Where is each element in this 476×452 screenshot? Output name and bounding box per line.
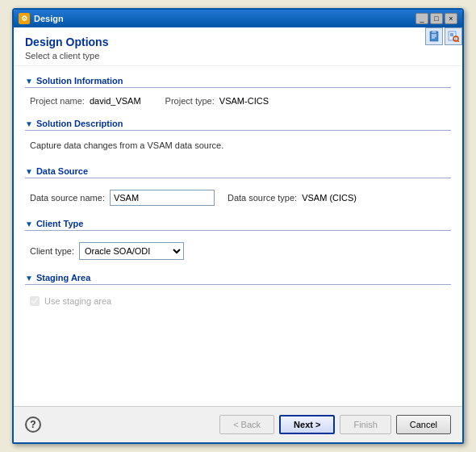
maximize-button[interactable]: □ [430,13,443,24]
staging-area-title: Staging Area [36,273,90,282]
solution-info-arrow: ▼ [25,77,33,86]
staging-area-checkbox[interactable] [30,296,40,306]
content-area: Design Options Select a client type [14,27,462,442]
minimize-button[interactable]: _ [415,13,428,24]
svg-line-7 [458,41,460,43]
page-title: Design Options [25,36,451,48]
data-source-name-label: Data source name: [30,193,105,203]
solution-info-row: Project name: david_VSAM Project type: V… [30,96,446,106]
back-button[interactable]: < Back [219,415,274,434]
header-icons [425,27,462,45]
client-type-arrow: ▼ [25,220,33,228]
header-icon-1[interactable] [425,27,443,45]
next-button[interactable]: Next > [279,415,335,434]
client-type-header: ▼ Client Type [25,219,451,231]
project-type-label: Project type: VSAM-CICS [165,96,269,106]
client-type-row: Client type: Oracle SOA/ODI Oracle Golde… [30,242,446,260]
svg-rect-1 [432,31,436,33]
data-source-type-value: VSAM (CICS) [302,193,357,203]
clipboard-icon [428,31,440,42]
solution-desc-body: Capture data changes from a VSAM data so… [25,136,451,157]
client-type-title: Client Type [36,219,83,228]
data-source-body: Data source name: Data source type: VSAM… [25,183,451,209]
data-source-row: Data source name: Data source type: VSAM… [30,190,446,206]
section-solution-desc: ▼ Solution Description Capture data chan… [25,119,451,157]
footer-left: ? [25,416,41,433]
solution-info-body: Project name: david_VSAM Project type: V… [25,93,451,109]
main-window: ⚙ Design _ □ × Design Options Select a c… [12,8,464,444]
client-type-select[interactable]: Oracle SOA/ODI Oracle GoldenGate Custom [79,242,184,260]
data-source-type-label: Data source type: [228,193,297,203]
title-bar: ⚙ Design _ □ × [14,10,462,27]
staging-area-header: ▼ Staging Area [25,273,451,285]
staging-area-body: Use staging area [25,290,451,309]
data-source-name-group: Data source name: [30,190,215,206]
staging-area-checkbox-row: Use staging area [30,296,446,306]
client-type-label: Client type: [30,246,74,256]
section-solution-info: ▼ Solution Information Project name: dav… [25,76,451,109]
header-icon-2[interactable] [445,27,462,45]
solution-desc-arrow: ▼ [25,119,33,128]
client-type-body: Client type: Oracle SOA/ODI Oracle Golde… [25,236,451,263]
cancel-button[interactable]: Cancel [396,415,451,434]
staging-area-checkbox-label: Use staging area [44,296,111,306]
title-controls[interactable]: _ □ × [415,13,457,24]
solution-info-header: ▼ Solution Information [25,76,451,88]
page-header: Design Options Select a client type [14,27,462,66]
description-text: Capture data changes from a VSAM data so… [30,139,446,153]
client-type-field-group: Client type: Oracle SOA/ODI Oracle Golde… [30,242,184,260]
window-title: Design [34,14,64,23]
main-content: ▼ Solution Information Project name: dav… [14,66,462,406]
section-staging-area: ▼ Staging Area Use staging area [25,273,451,309]
project-name-value: david_VSAM [90,96,141,106]
page-subtitle: Select a client type [25,51,451,61]
title-bar-left: ⚙ Design [19,13,64,24]
footer-buttons: < Back Next > Finish Cancel [219,415,451,434]
help-button[interactable]: ? [25,416,41,433]
solution-info-title: Solution Information [36,76,123,86]
data-source-name-input[interactable] [110,190,215,206]
page-header-wrapper: Design Options Select a client type [14,27,462,66]
solution-desc-title: Solution Description [36,119,123,128]
project-type-value: VSAM-CICS [219,96,269,106]
close-button[interactable]: × [445,13,457,24]
data-source-header: ▼ Data Source [25,166,451,178]
solution-desc-header: ▼ Solution Description [25,119,451,131]
data-source-type-group: Data source type: VSAM (CICS) [228,193,357,203]
data-source-title: Data Source [36,166,88,176]
data-source-arrow: ▼ [25,167,33,176]
section-data-source: ▼ Data Source Data source name: Data sou… [25,166,451,209]
window-icon: ⚙ [19,13,30,24]
finish-button[interactable]: Finish [340,415,390,434]
footer: ? < Back Next > Finish Cancel [14,406,462,442]
search-doc-icon [448,31,459,42]
section-client-type: ▼ Client Type Client type: Oracle SOA/OD… [25,219,451,263]
staging-area-arrow: ▼ [25,274,33,282]
project-name-label: Project name: david_VSAM [30,96,141,106]
